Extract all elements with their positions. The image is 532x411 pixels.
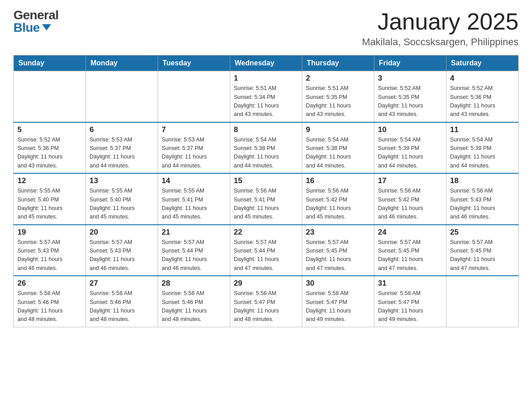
calendar-day-cell <box>14 71 86 122</box>
page-header: General Blue January 2025 Makilala, Socc… <box>13 9 519 48</box>
day-info: Sunrise: 5:57 AMSunset: 5:44 PMDaylight:… <box>234 238 298 273</box>
day-number: 21 <box>162 228 226 237</box>
day-info: Sunrise: 5:54 AMSunset: 5:39 PMDaylight:… <box>378 136 442 171</box>
day-info: Sunrise: 5:58 AMSunset: 5:47 PMDaylight:… <box>234 289 298 324</box>
calendar-day-cell <box>446 276 519 327</box>
day-info: Sunrise: 5:58 AMSunset: 5:46 PMDaylight:… <box>90 289 154 324</box>
calendar-day-cell: 16Sunrise: 5:56 AMSunset: 5:42 PMDayligh… <box>302 173 374 225</box>
calendar-day-cell: 24Sunrise: 5:57 AMSunset: 5:45 PMDayligh… <box>374 225 446 276</box>
calendar-day-cell: 8Sunrise: 5:54 AMSunset: 5:38 PMDaylight… <box>230 122 302 174</box>
day-info: Sunrise: 5:57 AMSunset: 5:43 PMDaylight:… <box>17 238 82 273</box>
calendar-day-cell: 2Sunrise: 5:51 AMSunset: 5:35 PMDaylight… <box>302 71 374 122</box>
day-info: Sunrise: 5:51 AMSunset: 5:34 PMDaylight:… <box>234 84 298 119</box>
day-number: 19 <box>17 228 82 237</box>
calendar-day-cell: 26Sunrise: 5:58 AMSunset: 5:46 PMDayligh… <box>14 276 86 327</box>
calendar-week-row: 1Sunrise: 5:51 AMSunset: 5:34 PMDaylight… <box>14 71 519 122</box>
calendar-week-row: 12Sunrise: 5:55 AMSunset: 5:40 PMDayligh… <box>14 173 519 225</box>
day-info: Sunrise: 5:58 AMSunset: 5:47 PMDaylight:… <box>378 289 442 324</box>
calendar-day-cell: 25Sunrise: 5:57 AMSunset: 5:45 PMDayligh… <box>446 225 519 276</box>
day-of-week-header-friday: Friday <box>374 56 446 71</box>
day-number: 6 <box>90 125 154 134</box>
calendar-day-cell: 1Sunrise: 5:51 AMSunset: 5:34 PMDaylight… <box>230 71 302 122</box>
calendar-day-cell: 3Sunrise: 5:52 AMSunset: 5:35 PMDaylight… <box>374 71 446 122</box>
day-info: Sunrise: 5:53 AMSunset: 5:37 PMDaylight:… <box>162 136 226 171</box>
day-number: 23 <box>306 228 370 237</box>
day-info: Sunrise: 5:58 AMSunset: 5:46 PMDaylight:… <box>17 289 82 324</box>
day-number: 1 <box>234 74 298 83</box>
day-of-week-header-tuesday: Tuesday <box>158 56 230 71</box>
day-info: Sunrise: 5:56 AMSunset: 5:43 PMDaylight:… <box>450 187 515 222</box>
day-number: 25 <box>450 228 515 237</box>
day-number: 22 <box>234 228 298 237</box>
day-info: Sunrise: 5:57 AMSunset: 5:45 PMDaylight:… <box>378 238 442 273</box>
calendar-day-cell: 27Sunrise: 5:58 AMSunset: 5:46 PMDayligh… <box>86 276 158 327</box>
day-of-week-header-sunday: Sunday <box>14 56 86 71</box>
day-number: 15 <box>234 176 298 185</box>
calendar-day-cell: 31Sunrise: 5:58 AMSunset: 5:47 PMDayligh… <box>374 276 446 327</box>
day-info: Sunrise: 5:56 AMSunset: 5:41 PMDaylight:… <box>234 187 298 222</box>
day-number: 28 <box>162 279 226 288</box>
day-of-week-header-thursday: Thursday <box>302 56 374 71</box>
calendar-day-cell: 10Sunrise: 5:54 AMSunset: 5:39 PMDayligh… <box>374 122 446 174</box>
calendar-day-cell: 22Sunrise: 5:57 AMSunset: 5:44 PMDayligh… <box>230 225 302 276</box>
calendar-day-cell: 29Sunrise: 5:58 AMSunset: 5:47 PMDayligh… <box>230 276 302 327</box>
day-info: Sunrise: 5:53 AMSunset: 5:37 PMDaylight:… <box>90 136 154 171</box>
day-info: Sunrise: 5:52 AMSunset: 5:36 PMDaylight:… <box>17 136 82 171</box>
day-number: 16 <box>306 176 370 185</box>
day-number: 30 <box>306 279 370 288</box>
day-info: Sunrise: 5:52 AMSunset: 5:35 PMDaylight:… <box>378 84 442 119</box>
day-info: Sunrise: 5:57 AMSunset: 5:44 PMDaylight:… <box>162 238 226 273</box>
calendar-day-cell: 15Sunrise: 5:56 AMSunset: 5:41 PMDayligh… <box>230 173 302 225</box>
day-of-week-header-monday: Monday <box>86 56 158 71</box>
calendar-week-row: 26Sunrise: 5:58 AMSunset: 5:46 PMDayligh… <box>14 276 519 327</box>
calendar-day-cell <box>86 71 158 122</box>
calendar-day-cell: 21Sunrise: 5:57 AMSunset: 5:44 PMDayligh… <box>158 225 230 276</box>
calendar-day-cell: 30Sunrise: 5:58 AMSunset: 5:47 PMDayligh… <box>302 276 374 327</box>
calendar-day-cell: 23Sunrise: 5:57 AMSunset: 5:45 PMDayligh… <box>302 225 374 276</box>
calendar-header-row: SundayMondayTuesdayWednesdayThursdayFrid… <box>14 56 519 71</box>
calendar-day-cell: 11Sunrise: 5:54 AMSunset: 5:39 PMDayligh… <box>446 122 519 174</box>
calendar-day-cell: 5Sunrise: 5:52 AMSunset: 5:36 PMDaylight… <box>14 122 86 174</box>
day-info: Sunrise: 5:58 AMSunset: 5:47 PMDaylight:… <box>306 289 370 324</box>
calendar-day-cell: 4Sunrise: 5:52 AMSunset: 5:36 PMDaylight… <box>446 71 519 122</box>
calendar-day-cell: 12Sunrise: 5:55 AMSunset: 5:40 PMDayligh… <box>14 173 86 225</box>
logo: General Blue <box>13 9 59 34</box>
day-info: Sunrise: 5:55 AMSunset: 5:40 PMDaylight:… <box>17 187 82 222</box>
day-number: 24 <box>378 228 442 237</box>
day-info: Sunrise: 5:55 AMSunset: 5:40 PMDaylight:… <box>90 187 154 222</box>
day-number: 12 <box>17 176 82 185</box>
calendar-day-cell: 20Sunrise: 5:57 AMSunset: 5:43 PMDayligh… <box>86 225 158 276</box>
logo-triangle-icon <box>42 24 51 30</box>
day-number: 9 <box>306 125 370 134</box>
day-number: 3 <box>378 74 442 83</box>
day-info: Sunrise: 5:51 AMSunset: 5:35 PMDaylight:… <box>306 84 370 119</box>
day-number: 5 <box>17 125 82 134</box>
day-info: Sunrise: 5:52 AMSunset: 5:36 PMDaylight:… <box>450 84 515 119</box>
day-info: Sunrise: 5:57 AMSunset: 5:45 PMDaylight:… <box>450 238 515 273</box>
day-number: 14 <box>162 176 226 185</box>
calendar-day-cell: 6Sunrise: 5:53 AMSunset: 5:37 PMDaylight… <box>86 122 158 174</box>
day-of-week-header-wednesday: Wednesday <box>230 56 302 71</box>
day-number: 4 <box>450 74 515 83</box>
day-number: 10 <box>378 125 442 134</box>
day-number: 2 <box>306 74 370 83</box>
calendar-day-cell: 18Sunrise: 5:56 AMSunset: 5:43 PMDayligh… <box>446 173 519 225</box>
day-number: 7 <box>162 125 226 134</box>
calendar-day-cell: 7Sunrise: 5:53 AMSunset: 5:37 PMDaylight… <box>158 122 230 174</box>
day-info: Sunrise: 5:56 AMSunset: 5:42 PMDaylight:… <box>378 187 442 222</box>
title-block: January 2025 Makilala, Soccsksargen, Phi… <box>362 9 519 48</box>
calendar-day-cell <box>158 71 230 122</box>
calendar-table: SundayMondayTuesdayWednesdayThursdayFrid… <box>13 55 519 327</box>
day-info: Sunrise: 5:55 AMSunset: 5:41 PMDaylight:… <box>162 187 226 222</box>
calendar-day-cell: 14Sunrise: 5:55 AMSunset: 5:41 PMDayligh… <box>158 173 230 225</box>
calendar-subtitle: Makilala, Soccsksargen, Philippines <box>362 36 519 48</box>
day-number: 11 <box>450 125 515 134</box>
day-number: 27 <box>90 279 154 288</box>
day-info: Sunrise: 5:56 AMSunset: 5:42 PMDaylight:… <box>306 187 370 222</box>
day-info: Sunrise: 5:54 AMSunset: 5:38 PMDaylight:… <box>306 136 370 171</box>
day-number: 8 <box>234 125 298 134</box>
calendar-title: January 2025 <box>362 9 519 34</box>
day-number: 26 <box>17 279 82 288</box>
calendar-day-cell: 19Sunrise: 5:57 AMSunset: 5:43 PMDayligh… <box>14 225 86 276</box>
day-number: 29 <box>234 279 298 288</box>
